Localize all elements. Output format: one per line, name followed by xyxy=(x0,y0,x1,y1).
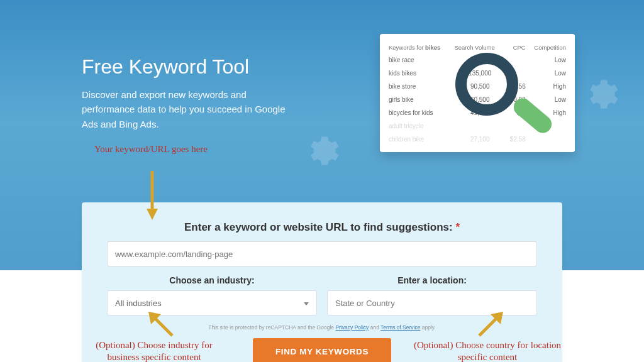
gear-icon xyxy=(302,132,340,170)
keyword-preview-card: Keywords for bikes Search Volume CPC Com… xyxy=(380,34,575,152)
table-row: girls bike60,500$0.92Low xyxy=(389,93,566,106)
privacy-link[interactable]: Privacy Policy xyxy=(335,324,369,331)
table-row: adult tricycle xyxy=(389,119,566,133)
location-label: Enter a location: xyxy=(327,275,537,285)
tos-link[interactable]: Terms of Service xyxy=(380,324,420,331)
industry-label: Choose an industry: xyxy=(107,275,317,285)
svg-marker-1 xyxy=(147,209,158,220)
table-row: children bike27,100$2.58 xyxy=(389,133,566,146)
arrow-icon xyxy=(143,168,161,222)
svg-line-4 xyxy=(479,317,498,336)
arrow-icon xyxy=(142,305,180,343)
page-title: Free Keyword Tool xyxy=(82,55,296,79)
keyword-input[interactable] xyxy=(107,241,537,266)
page-subtitle: Discover and export new keywords and per… xyxy=(82,87,296,131)
arrow-icon xyxy=(472,305,509,343)
gear-icon xyxy=(581,75,619,113)
industry-select[interactable]: All industries xyxy=(107,290,317,315)
find-keywords-button[interactable]: FIND MY KEYWORDS xyxy=(253,338,391,362)
chevron-down-icon xyxy=(304,302,309,305)
svg-line-2 xyxy=(153,317,172,336)
table-row: bike store90,500$0.56High xyxy=(389,80,566,93)
table-row: bike raceLow xyxy=(389,53,566,67)
form-title: Enter a keyword or website URL to find s… xyxy=(107,221,537,234)
table-row: bicycles for kids49,500$1.High xyxy=(389,106,566,119)
table-row: kids bikes135,000Low xyxy=(389,67,566,80)
annotation-keyword: Your keyword/URL goes here xyxy=(88,143,214,155)
